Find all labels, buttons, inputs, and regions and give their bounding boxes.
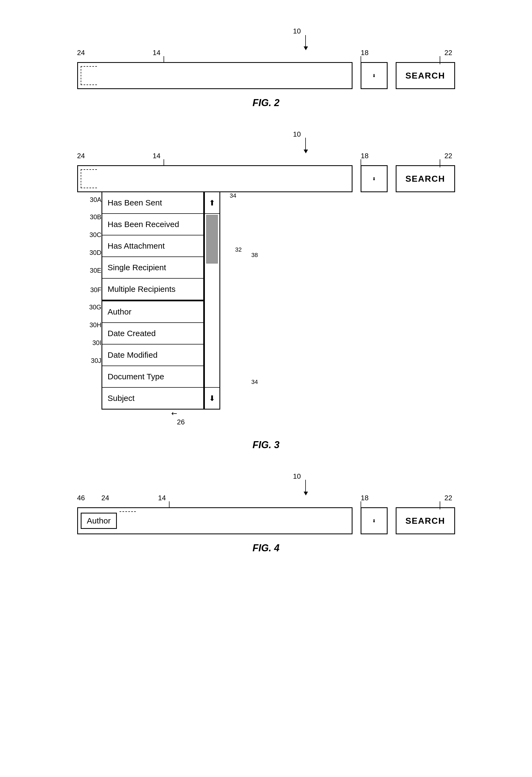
ref-24-fig2: 24 bbox=[77, 48, 85, 57]
ref-30E: 30E bbox=[90, 267, 102, 274]
ref-10-fig3: 10 bbox=[293, 130, 301, 138]
ref-30J: 30J bbox=[91, 357, 102, 364]
ref-14-fig2: 14 bbox=[153, 48, 161, 57]
menu-item-has-been-received[interactable]: Has Been Received bbox=[102, 214, 203, 235]
ref-24-fig4: 24 bbox=[102, 494, 109, 502]
menu-item-single-recipient[interactable]: Single Recipient bbox=[102, 257, 203, 279]
ref-22-fig4: 22 bbox=[444, 494, 452, 502]
search-input-fig2[interactable] bbox=[77, 62, 353, 89]
search-input-fig4[interactable]: Author bbox=[77, 507, 353, 534]
search-bar-fig3: ⬇ SEARCH bbox=[77, 165, 455, 192]
ref-18-fig4: 18 bbox=[361, 494, 369, 502]
search-button-fig3[interactable]: SEARCH bbox=[396, 165, 455, 192]
dropdown-button-fig4[interactable]: ⬇ bbox=[361, 507, 388, 534]
menu-item-has-attachment[interactable]: Has Attachment bbox=[102, 235, 203, 257]
ref-22-fig3: 22 bbox=[444, 152, 452, 160]
fig4-label: FIG. 4 bbox=[22, 542, 510, 554]
ref-14-fig4: 14 bbox=[158, 494, 166, 502]
up-arrow-icon: ⬆ bbox=[209, 199, 215, 207]
ref-30I: 30I bbox=[92, 339, 101, 347]
ref-22-fig2: 22 bbox=[444, 48, 452, 57]
menu-item-date-created[interactable]: Date Created bbox=[102, 323, 203, 344]
fig3-label: FIG. 3 bbox=[22, 439, 510, 451]
menu-item-date-modified[interactable]: Date Modified bbox=[102, 344, 203, 366]
down-arrow-icon-fig4: ⬇ bbox=[372, 518, 376, 524]
down-arrow-icon-fig3: ⬇ bbox=[372, 176, 376, 182]
ref-46-fig4: 46 bbox=[77, 494, 85, 502]
menu-item-multiple-recipients[interactable]: Multiple Recipients bbox=[102, 279, 203, 301]
search-button-fig2[interactable]: SEARCH bbox=[396, 62, 455, 89]
ref-30H: 30H bbox=[89, 321, 101, 329]
ref-30C: 30C bbox=[89, 231, 101, 239]
menu-item-has-been-sent[interactable]: Has Been Sent bbox=[102, 192, 203, 214]
ref-18-fig2: 18 bbox=[361, 48, 369, 57]
ref-30D: 30D bbox=[89, 249, 101, 256]
search-button-fig4[interactable]: SEARCH bbox=[396, 507, 455, 534]
menu-item-subject[interactable]: Subject bbox=[102, 388, 203, 409]
fig2-label: FIG. 2 bbox=[22, 97, 510, 109]
search-bar-fig4: Author ⬇ SEARCH bbox=[77, 507, 455, 534]
ref-30A: 30A bbox=[90, 196, 102, 204]
ref-24-fig3: 24 bbox=[77, 152, 85, 160]
scroll-up-button[interactable]: ⬆ bbox=[205, 192, 220, 214]
ref-30B: 30B bbox=[90, 213, 102, 221]
dropdown-button-fig3[interactable]: ⬇ bbox=[361, 165, 388, 192]
ref-14-fig3: 14 bbox=[153, 152, 161, 160]
ref-30G: 30G bbox=[89, 304, 101, 311]
ref-34-top: 34 bbox=[230, 192, 236, 199]
menu-item-author[interactable]: Author bbox=[102, 301, 203, 323]
ref-26: 26 bbox=[177, 418, 185, 426]
search-input-fig3[interactable] bbox=[77, 165, 353, 192]
ref-18-fig3: 18 bbox=[361, 152, 369, 160]
dropdown-scrollbar[interactable]: ⬆ ⬇ bbox=[204, 192, 220, 410]
ref-10-fig2: 10 bbox=[293, 27, 301, 35]
menu-item-document-type[interactable]: Document Type bbox=[102, 366, 203, 388]
dropdown-menu-list: Has Been Sent Has Been Received Has Atta… bbox=[102, 192, 204, 410]
ref-38: 38 bbox=[251, 252, 258, 259]
ref-34-bot: 34 bbox=[251, 378, 258, 385]
scroll-thumb[interactable] bbox=[206, 215, 218, 263]
down-arrow-icon-scroll: ⬇ bbox=[209, 394, 215, 403]
ref-32: 32 bbox=[235, 246, 242, 253]
ref-10-fig4: 10 bbox=[293, 472, 301, 480]
down-arrow-icon-fig2: ⬇ bbox=[372, 73, 376, 78]
author-tag: Author bbox=[81, 513, 117, 529]
scroll-down-button[interactable]: ⬇ bbox=[205, 387, 220, 409]
ref-30F: 30F bbox=[90, 286, 101, 294]
dropdown-button-fig2[interactable]: ⬇ bbox=[361, 62, 388, 89]
search-bar-fig2: ⬇ SEARCH bbox=[77, 62, 455, 89]
